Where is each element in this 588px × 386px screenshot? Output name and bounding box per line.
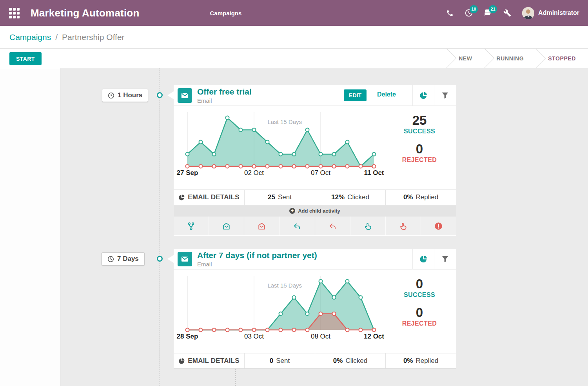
apps-menu-icon[interactable] bbox=[9, 8, 20, 18]
breadcrumb-campaigns-link[interactable]: Campaigns bbox=[9, 33, 51, 42]
child-connector-line bbox=[235, 369, 236, 386]
sent-stat-cell[interactable]: 25Sent bbox=[244, 190, 315, 205]
reply-icon bbox=[293, 222, 301, 230]
hand-pointer-icon bbox=[364, 222, 372, 230]
trigger-label: 7 Days bbox=[117, 255, 139, 263]
activity-type: Email bbox=[197, 261, 212, 268]
messages-count-badge: 21 bbox=[489, 5, 497, 13]
success-count[interactable]: 0 bbox=[390, 277, 449, 291]
email-details-cell[interactable]: EMAIL DETAILS bbox=[174, 353, 244, 368]
success-count[interactable]: 25 bbox=[390, 113, 449, 128]
add-child-activity-button[interactable]: + Add child activity bbox=[174, 205, 456, 217]
success-label: SUCCESS bbox=[390, 291, 449, 299]
breadcrumb-separator: / bbox=[55, 33, 58, 42]
app-title: Marketing Automation bbox=[31, 7, 139, 19]
activity-card-header-1: Offer free trial Email EDIT Delete bbox=[174, 85, 412, 106]
sent-stat-cell[interactable]: 0Sent bbox=[244, 353, 315, 368]
clock-icon bbox=[108, 92, 114, 99]
trigger-badge-1[interactable]: 1 Hours bbox=[102, 89, 148, 102]
status-steps: NEW RUNNING STOPPED bbox=[446, 49, 588, 68]
rejected-count[interactable]: 0 bbox=[390, 142, 449, 157]
fork-icon bbox=[187, 222, 195, 230]
svg-text:28 Sep: 28 Sep bbox=[177, 333, 198, 340]
pie-chart-icon bbox=[178, 358, 185, 364]
clicked-stat-cell[interactable]: 12%Clicked bbox=[315, 190, 385, 205]
activity-stats-1: 25 SUCCESS 0 REJECTED bbox=[390, 113, 449, 164]
filter-tab-1[interactable] bbox=[434, 85, 456, 106]
graph-tab-2[interactable] bbox=[412, 249, 434, 269]
exclamation-icon bbox=[434, 222, 443, 230]
email-details-row-2: EMAIL DETAILS 0Sent 0%Clicked 0%Replied bbox=[174, 353, 456, 369]
control-panel: START NEW RUNNING STOPPED bbox=[0, 49, 588, 68]
trigger-label: 1 Hours bbox=[118, 91, 142, 99]
email-details-row-1: EMAIL DETAILS 25Sent 12%Clicked 0%Replie… bbox=[174, 189, 456, 205]
status-step-stopped[interactable]: STOPPED bbox=[536, 49, 588, 68]
email-activity-icon bbox=[178, 88, 192, 103]
child-activity-trigger-icons bbox=[174, 217, 456, 236]
clicked-stat-cell[interactable]: 0%Clicked bbox=[315, 353, 385, 368]
activity-graph-panel-2: Last 15 Days28 Sep03 Oct08 Oct12 Oct 0 S… bbox=[174, 269, 456, 353]
activities-clock-icon[interactable]: 10 bbox=[465, 9, 473, 17]
pie-chart-icon bbox=[419, 91, 428, 100]
rejected-label: REJECTED bbox=[390, 157, 449, 164]
svg-text:27 Sep: 27 Sep bbox=[177, 169, 198, 177]
filter-tab-2[interactable] bbox=[434, 249, 456, 269]
phone-icon[interactable] bbox=[445, 9, 454, 17]
filter-icon bbox=[441, 92, 449, 99]
envelope-open-icon bbox=[258, 222, 266, 230]
breadcrumb-current: Partnership Offer bbox=[62, 33, 125, 42]
activity-card-header-2: After 7 days (if not partner yet) Email bbox=[174, 249, 412, 269]
svg-text:03 Oct: 03 Oct bbox=[244, 333, 264, 340]
svg-text:11 Oct: 11 Oct bbox=[364, 169, 384, 177]
breadcrumb: Campaigns / Partnership Offer bbox=[0, 26, 588, 49]
delete-button[interactable]: Delete bbox=[377, 91, 396, 98]
workflow-node-1 bbox=[157, 92, 163, 98]
svg-text:02 Oct: 02 Oct bbox=[244, 169, 264, 177]
tools-icon[interactable] bbox=[503, 9, 512, 17]
start-button[interactable]: START bbox=[9, 52, 42, 65]
success-label: SUCCESS bbox=[390, 128, 449, 135]
pie-chart-icon bbox=[419, 255, 428, 263]
marketing-automation-app: Marketing Automation Campaigns 10 21 Adm… bbox=[0, 0, 588, 386]
child-trigger-exclamation-icon[interactable] bbox=[421, 217, 456, 235]
activity-graph-panel-1: Last 15 Days27 Sep02 Oct07 Oct11 Oct 25 … bbox=[174, 106, 456, 189]
graph-tab-1[interactable] bbox=[412, 85, 434, 106]
child-trigger-envelope-open-icon[interactable] bbox=[209, 217, 244, 235]
child-trigger-reply-icon[interactable] bbox=[279, 217, 314, 235]
user-avatar[interactable] bbox=[522, 7, 534, 19]
envelope-open-icon bbox=[222, 222, 230, 230]
activity-stats-2: 0 SUCCESS 0 REJECTED bbox=[390, 277, 449, 327]
card-pointer-1 bbox=[167, 91, 174, 99]
svg-text:Last 15 Days: Last 15 Days bbox=[267, 118, 302, 125]
replied-stat-cell[interactable]: 0%Replied bbox=[385, 353, 456, 368]
child-trigger-reply-icon[interactable] bbox=[315, 217, 350, 235]
activity-type: Email bbox=[197, 97, 212, 104]
activity-title[interactable]: Offer free trial bbox=[197, 87, 252, 96]
menu-campaigns[interactable]: Campaigns bbox=[210, 10, 241, 16]
child-trigger-hand-pointer-icon[interactable] bbox=[386, 217, 421, 235]
email-details-cell[interactable]: EMAIL DETAILS bbox=[174, 190, 244, 205]
pie-chart-icon bbox=[178, 194, 185, 201]
replied-stat-cell[interactable]: 0%Replied bbox=[385, 190, 456, 205]
workflow-node-2 bbox=[157, 256, 163, 262]
child-trigger-fork-icon[interactable] bbox=[174, 217, 209, 235]
trigger-badge-2[interactable]: 7 Days bbox=[102, 252, 145, 266]
clock-icon bbox=[107, 256, 114, 262]
plus-circle-icon: + bbox=[289, 208, 295, 214]
user-name[interactable]: Administrator bbox=[538, 9, 579, 16]
svg-text:Last 15 Days: Last 15 Days bbox=[267, 282, 302, 289]
topbar-right-icons: 10 21 Administrator bbox=[445, 0, 579, 26]
child-trigger-hand-pointer-icon[interactable] bbox=[350, 217, 385, 235]
card-pointer-2 bbox=[167, 255, 174, 263]
canvas-left-margin bbox=[0, 68, 61, 386]
activity-title[interactable]: After 7 days (if not partner yet) bbox=[197, 251, 317, 260]
rejected-label: REJECTED bbox=[390, 320, 449, 327]
reply-icon bbox=[328, 222, 337, 230]
edit-button[interactable]: EDIT bbox=[344, 89, 367, 101]
rejected-count[interactable]: 0 bbox=[390, 305, 449, 320]
messages-icon[interactable]: 21 bbox=[484, 9, 492, 17]
svg-text:07 Oct: 07 Oct bbox=[311, 169, 330, 177]
child-trigger-envelope-open-icon[interactable] bbox=[244, 217, 279, 235]
filter-icon bbox=[441, 255, 449, 263]
hand-pointer-icon bbox=[399, 222, 407, 230]
